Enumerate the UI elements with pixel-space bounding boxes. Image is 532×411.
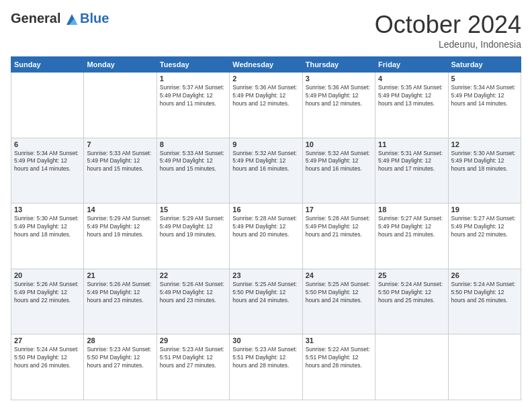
calendar-cell-1-2: 8Sunrise: 5:33 AM Sunset: 5:49 PM Daylig… bbox=[157, 138, 229, 203]
day-number: 18 bbox=[378, 205, 445, 214]
day-number: 15 bbox=[160, 205, 226, 214]
day-number: 31 bbox=[306, 336, 372, 345]
day-info: Sunrise: 5:27 AM Sunset: 5:49 PM Dayligh… bbox=[451, 215, 518, 239]
header-saturday: Saturday bbox=[448, 57, 521, 73]
day-info: Sunrise: 5:36 AM Sunset: 5:49 PM Dayligh… bbox=[232, 84, 299, 108]
header-friday: Friday bbox=[375, 57, 448, 73]
day-number: 7 bbox=[87, 140, 153, 148]
day-info: Sunrise: 5:23 AM Sunset: 5:51 PM Dayligh… bbox=[232, 346, 299, 370]
day-info: Sunrise: 5:30 AM Sunset: 5:49 PM Dayligh… bbox=[14, 215, 81, 239]
day-number: 2 bbox=[232, 75, 299, 83]
calendar-cell-0-3: 2Sunrise: 5:36 AM Sunset: 5:49 PM Daylig… bbox=[230, 73, 302, 138]
day-number: 27 bbox=[14, 336, 81, 345]
calendar-cell-4-5 bbox=[375, 334, 448, 400]
header-monday: Monday bbox=[84, 57, 157, 73]
day-info: Sunrise: 5:23 AM Sunset: 5:51 PM Dayligh… bbox=[160, 346, 226, 370]
day-info: Sunrise: 5:32 AM Sunset: 5:49 PM Dayligh… bbox=[232, 150, 299, 174]
header-sunday: Sunday bbox=[11, 57, 84, 73]
header-wednesday: Wednesday bbox=[230, 57, 302, 73]
day-number: 9 bbox=[232, 140, 299, 148]
calendar-cell-4-0: 27Sunrise: 5:24 AM Sunset: 5:50 PM Dayli… bbox=[11, 334, 84, 400]
calendar-cell-3-1: 21Sunrise: 5:26 AM Sunset: 5:49 PM Dayli… bbox=[84, 269, 157, 334]
day-number: 26 bbox=[451, 271, 518, 279]
day-info: Sunrise: 5:31 AM Sunset: 5:49 PM Dayligh… bbox=[378, 150, 445, 174]
calendar-cell-3-0: 20Sunrise: 5:26 AM Sunset: 5:49 PM Dayli… bbox=[11, 269, 84, 334]
day-number: 21 bbox=[87, 271, 153, 279]
day-number: 1 bbox=[160, 75, 226, 83]
day-info: Sunrise: 5:35 AM Sunset: 5:49 PM Dayligh… bbox=[378, 84, 445, 108]
calendar-cell-1-0: 6Sunrise: 5:34 AM Sunset: 5:49 PM Daylig… bbox=[11, 138, 84, 203]
calendar-cell-0-1 bbox=[84, 73, 157, 138]
weekday-header-row: Sunday Monday Tuesday Wednesday Thursday… bbox=[11, 57, 521, 73]
month-title: October 2024 bbox=[375, 11, 521, 39]
day-info: Sunrise: 5:24 AM Sunset: 5:50 PM Dayligh… bbox=[14, 346, 81, 370]
calendar-cell-1-1: 7Sunrise: 5:33 AM Sunset: 5:49 PM Daylig… bbox=[84, 138, 157, 203]
calendar-cell-0-5: 4Sunrise: 5:35 AM Sunset: 5:49 PM Daylig… bbox=[375, 73, 448, 138]
day-info: Sunrise: 5:25 AM Sunset: 5:50 PM Dayligh… bbox=[306, 281, 372, 305]
logo: General Blue bbox=[11, 11, 109, 26]
day-info: Sunrise: 5:23 AM Sunset: 5:50 PM Dayligh… bbox=[87, 346, 153, 370]
day-info: Sunrise: 5:29 AM Sunset: 5:49 PM Dayligh… bbox=[160, 215, 226, 239]
day-number: 11 bbox=[378, 140, 445, 148]
day-info: Sunrise: 5:25 AM Sunset: 5:50 PM Dayligh… bbox=[232, 281, 299, 305]
day-number: 3 bbox=[306, 75, 372, 83]
calendar-table: Sunday Monday Tuesday Wednesday Thursday… bbox=[11, 56, 521, 400]
week-row-5: 27Sunrise: 5:24 AM Sunset: 5:50 PM Dayli… bbox=[11, 334, 521, 400]
calendar-cell-3-2: 22Sunrise: 5:26 AM Sunset: 5:49 PM Dayli… bbox=[157, 269, 229, 334]
day-info: Sunrise: 5:36 AM Sunset: 5:49 PM Dayligh… bbox=[306, 84, 372, 108]
day-number: 23 bbox=[232, 271, 299, 279]
calendar-cell-2-1: 14Sunrise: 5:29 AM Sunset: 5:49 PM Dayli… bbox=[84, 203, 157, 269]
day-info: Sunrise: 5:37 AM Sunset: 5:49 PM Dayligh… bbox=[160, 84, 226, 108]
calendar-cell-2-4: 17Sunrise: 5:28 AM Sunset: 5:49 PM Dayli… bbox=[302, 203, 375, 269]
calendar-cell-4-3: 30Sunrise: 5:23 AM Sunset: 5:51 PM Dayli… bbox=[230, 334, 302, 400]
calendar-cell-0-4: 3Sunrise: 5:36 AM Sunset: 5:49 PM Daylig… bbox=[302, 73, 375, 138]
header-tuesday: Tuesday bbox=[157, 57, 229, 73]
day-number: 6 bbox=[14, 140, 81, 148]
calendar-cell-4-4: 31Sunrise: 5:22 AM Sunset: 5:51 PM Dayli… bbox=[302, 334, 375, 400]
day-info: Sunrise: 5:34 AM Sunset: 5:49 PM Dayligh… bbox=[14, 150, 81, 174]
calendar-cell-2-3: 16Sunrise: 5:28 AM Sunset: 5:49 PM Dayli… bbox=[230, 203, 302, 269]
day-number: 29 bbox=[160, 336, 226, 345]
day-number: 12 bbox=[451, 140, 518, 148]
day-number: 4 bbox=[378, 75, 445, 83]
day-number: 16 bbox=[232, 205, 299, 214]
day-number: 8 bbox=[160, 140, 226, 148]
day-info: Sunrise: 5:34 AM Sunset: 5:49 PM Dayligh… bbox=[451, 84, 518, 108]
calendar-cell-1-5: 11Sunrise: 5:31 AM Sunset: 5:49 PM Dayli… bbox=[375, 138, 448, 203]
day-number: 10 bbox=[306, 140, 372, 148]
day-number: 25 bbox=[378, 271, 445, 279]
day-number: 17 bbox=[306, 205, 372, 214]
day-number: 20 bbox=[14, 271, 81, 279]
logo-blue: Blue bbox=[80, 11, 109, 26]
calendar-cell-2-6: 19Sunrise: 5:27 AM Sunset: 5:49 PM Dayli… bbox=[448, 203, 521, 269]
calendar-cell-2-5: 18Sunrise: 5:27 AM Sunset: 5:49 PM Dayli… bbox=[375, 203, 448, 269]
calendar-cell-0-6: 5Sunrise: 5:34 AM Sunset: 5:49 PM Daylig… bbox=[448, 73, 521, 138]
day-number: 13 bbox=[14, 205, 81, 214]
calendar-cell-4-6 bbox=[448, 334, 521, 400]
day-info: Sunrise: 5:26 AM Sunset: 5:49 PM Dayligh… bbox=[160, 281, 226, 305]
day-info: Sunrise: 5:28 AM Sunset: 5:49 PM Dayligh… bbox=[232, 215, 299, 239]
logo-icon bbox=[65, 13, 79, 26]
calendar-cell-0-0 bbox=[11, 73, 84, 138]
calendar-cell-4-2: 29Sunrise: 5:23 AM Sunset: 5:51 PM Dayli… bbox=[157, 334, 229, 400]
calendar-cell-2-2: 15Sunrise: 5:29 AM Sunset: 5:49 PM Dayli… bbox=[157, 203, 229, 269]
day-info: Sunrise: 5:22 AM Sunset: 5:51 PM Dayligh… bbox=[306, 346, 372, 370]
day-number: 28 bbox=[87, 336, 153, 345]
week-row-3: 13Sunrise: 5:30 AM Sunset: 5:49 PM Dayli… bbox=[11, 203, 521, 269]
calendar-cell-1-6: 12Sunrise: 5:30 AM Sunset: 5:49 PM Dayli… bbox=[448, 138, 521, 203]
day-info: Sunrise: 5:26 AM Sunset: 5:49 PM Dayligh… bbox=[14, 281, 81, 305]
calendar-cell-3-3: 23Sunrise: 5:25 AM Sunset: 5:50 PM Dayli… bbox=[230, 269, 302, 334]
day-number: 30 bbox=[232, 336, 299, 345]
day-number: 22 bbox=[160, 271, 226, 279]
calendar-cell-0-2: 1Sunrise: 5:37 AM Sunset: 5:49 PM Daylig… bbox=[157, 73, 229, 138]
week-row-2: 6Sunrise: 5:34 AM Sunset: 5:49 PM Daylig… bbox=[11, 138, 521, 203]
day-number: 19 bbox=[451, 205, 518, 214]
day-info: Sunrise: 5:32 AM Sunset: 5:49 PM Dayligh… bbox=[306, 150, 372, 174]
calendar-cell-3-6: 26Sunrise: 5:24 AM Sunset: 5:50 PM Dayli… bbox=[448, 269, 521, 334]
location: Ledeunu, Indonesia bbox=[375, 39, 521, 50]
title-block: October 2024 Ledeunu, Indonesia bbox=[375, 11, 521, 50]
week-row-4: 20Sunrise: 5:26 AM Sunset: 5:49 PM Dayli… bbox=[11, 269, 521, 334]
calendar-cell-4-1: 28Sunrise: 5:23 AM Sunset: 5:50 PM Dayli… bbox=[84, 334, 157, 400]
day-info: Sunrise: 5:28 AM Sunset: 5:49 PM Dayligh… bbox=[306, 215, 372, 239]
day-number: 5 bbox=[451, 75, 518, 83]
